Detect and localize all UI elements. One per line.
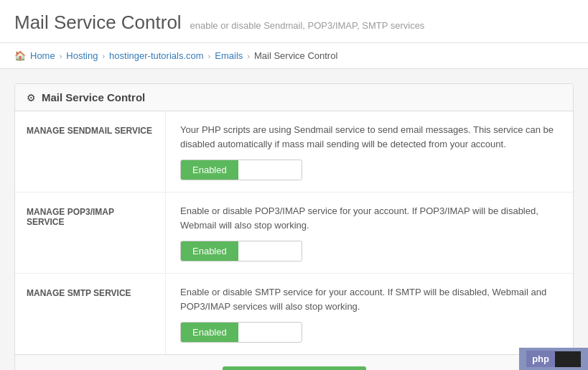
php-badge-label: php — [526, 351, 555, 367]
enabled-button-sendmail[interactable]: Enabled — [181, 160, 238, 180]
service-description-pop3imap: Enable or disable POP3/IMAP service for … — [180, 204, 559, 232]
enabled-button-pop3imap[interactable]: Enabled — [181, 241, 238, 261]
card-header-title: Mail Service Control — [42, 91, 145, 103]
page-subtitle: enable or disable Sendmail, POP3/IMAP, S… — [190, 20, 425, 31]
breadcrumb-domain[interactable]: hostinger-tutorials.com — [109, 50, 204, 61]
service-description-smtp: Enable or disable SMTP service for your … — [180, 285, 559, 313]
enabled-button-smtp[interactable]: Enabled — [181, 323, 238, 342]
service-label-sendmail: MANAGE SENDMAIL SERVICE — [15, 111, 166, 192]
service-rows: MANAGE SENDMAIL SERVICEYour PHP scripts … — [15, 111, 573, 354]
service-content-smtp: Enable or disable SMTP service for your … — [166, 274, 573, 354]
breadcrumb-sep-4: › — [247, 52, 250, 60]
breadcrumb: 🏠 Home › Hosting › hostinger-tutorials.c… — [0, 43, 588, 69]
card-footer: ✓ Update — [15, 354, 573, 370]
card-header: ⚙ Mail Service Control — [15, 84, 573, 111]
breadcrumb-home[interactable]: Home — [30, 50, 55, 61]
toggle-area-pop3imap: Enabled — [180, 241, 302, 262]
toggle-area-smtp: Enabled — [180, 322, 302, 343]
php-badge-right — [555, 351, 581, 367]
service-row-sendmail: MANAGE SENDMAIL SERVICEYour PHP scripts … — [15, 111, 573, 193]
breadcrumb-hosting[interactable]: Hosting — [66, 50, 98, 61]
service-row-pop3imap: MANAGE POP3/IMAP SERVICEEnable or disabl… — [15, 193, 573, 274]
page-header: Mail Service Control enable or disable S… — [0, 0, 588, 43]
breadcrumb-sep-1: › — [60, 52, 62, 60]
main-content: ⚙ Mail Service Control MANAGE SENDMAIL S… — [0, 69, 588, 370]
breadcrumb-sep-3: › — [208, 52, 211, 60]
service-row-smtp: MANAGE SMTP SERVICEEnable or disable SMT… — [15, 274, 573, 354]
php-badge: php — [519, 348, 588, 370]
breadcrumb-sep-2: › — [102, 52, 105, 60]
service-label-pop3imap: MANAGE POP3/IMAP SERVICE — [15, 193, 166, 273]
breadcrumb-current: Mail Service Control — [254, 50, 337, 61]
service-content-pop3imap: Enable or disable POP3/IMAP service for … — [166, 193, 573, 273]
service-description-sendmail: Your PHP scripts are using Sendmail serv… — [180, 123, 559, 151]
update-button[interactable]: ✓ Update — [223, 366, 366, 370]
breadcrumb-emails[interactable]: Emails — [215, 50, 243, 61]
service-content-sendmail: Your PHP scripts are using Sendmail serv… — [166, 111, 573, 192]
gear-icon: ⚙ — [27, 92, 36, 103]
page-title: Mail Service Control — [14, 11, 182, 33]
toggle-area-sendmail: Enabled — [180, 159, 302, 180]
mail-service-card: ⚙ Mail Service Control MANAGE SENDMAIL S… — [14, 83, 574, 370]
service-label-smtp: MANAGE SMTP SERVICE — [15, 274, 166, 354]
home-icon: 🏠 — [14, 50, 26, 61]
